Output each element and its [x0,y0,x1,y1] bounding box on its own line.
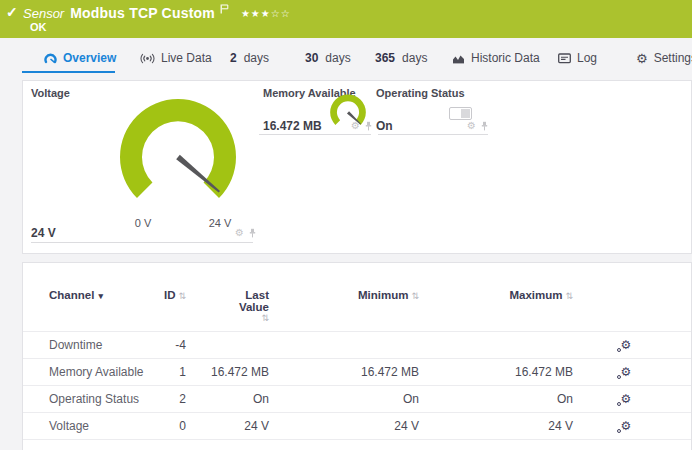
column-header-minimum[interactable]: Minimum⇅ [269,289,419,301]
tab-2-days[interactable]: 2 days [230,51,269,65]
last-value: On [186,392,269,406]
pin-icon[interactable] [248,228,257,238]
maximum-value: 16.472 MB [419,365,573,379]
channel-name: Downtime [49,338,146,352]
sensor-name: Modbus TCP Custom [70,5,215,21]
gauges-panel: Voltage 0 V 24 V 24 V ⚙ Memory Available… [22,80,692,254]
column-header-id[interactable]: ID⇅ [146,289,186,301]
last-header-line2: Value⇅ [186,301,269,323]
tab-log-label: Log [577,51,597,65]
ok-check-icon: ✓ [6,4,18,20]
stars-empty[interactable]: ☆☆ [271,8,291,19]
tab-log[interactable]: Log [558,51,597,65]
tab-historic-data-label: Historic Data [471,51,540,65]
tab-30-days[interactable]: 30 days [305,51,351,65]
gear-icon: ⚙ [621,365,632,379]
tab-30-days-label: days [325,51,350,65]
gear-icon: ⚙ [636,52,648,65]
voltage-value: 24 V [31,226,56,240]
tab-settings-label: Settings [654,51,692,65]
sort-desc-icon: ▾ [98,291,103,301]
gauge-icon [44,52,57,65]
minimum-header-label: Minimum [358,289,408,301]
maximum-header-label: Maximum [509,289,562,301]
memory-value: 16.472 MB [263,119,322,133]
channel-settings-icon[interactable]: ⚙ [621,339,632,351]
status-badge: OK [30,21,47,33]
channel-settings-icon[interactable]: ⚙ [621,366,632,378]
voltage-gauge-actions: ⚙ [235,228,257,238]
tab-live-data[interactable]: Live Data [140,51,212,65]
tab-live-data-label: Live Data [161,51,212,65]
channel-settings-icon[interactable]: ⚙ [621,420,632,432]
voltage-scale-min: 0 V [121,217,165,229]
column-header-channel[interactable]: Channel▾ [49,289,146,301]
operating-status-toggle [449,107,472,120]
table-row-downtime: Downtime -4 ⚙ [23,332,691,359]
tab-bar: Overview Live Data 2 days 30 days 365 da… [0,38,692,80]
last-value: 16.472 MB [186,365,269,379]
pin-icon[interactable] [480,121,489,131]
tab-historic-data[interactable]: Historic Data [452,51,540,65]
minimum-value: 16.472 MB [269,365,419,379]
tab-settings[interactable]: ⚙ Settings [636,51,692,65]
tab-overview-label: Overview [63,51,116,65]
tab-365-days[interactable]: 365 days [375,51,427,65]
sort-icon: ⇅ [565,291,573,301]
channel-id: 0 [146,419,186,433]
active-tab-underline [22,71,115,73]
voltage-divider [31,242,253,243]
channels-table-panel: Channel▾ ID⇅ LastValue⇅ Minimum⇅ Maximum… [22,262,692,450]
maximum-value: On [419,392,573,406]
priority-stars[interactable]: ★★★☆☆ [241,8,291,19]
memory-gauge-actions: ⚙ [351,121,373,131]
pin-icon[interactable] [364,121,373,131]
gear-icon: ⚙ [621,419,632,433]
last-value: 24 V [186,419,269,433]
operating-status-title: Operating Status [376,87,465,99]
sort-icon: ⇅ [411,291,419,301]
table-header-row: Channel▾ ID⇅ LastValue⇅ Minimum⇅ Maximum… [23,263,691,332]
tab-2-days-number: 2 [230,51,237,65]
memory-divider [259,134,371,135]
gear-dot [617,429,621,433]
sort-icon: ⇅ [189,313,269,323]
channel-id: 2 [146,392,186,406]
operating-divider [378,134,488,135]
stars-filled[interactable]: ★★★ [241,8,271,19]
voltage-gauge [113,95,243,201]
last-header-line1: Last [186,289,269,301]
table-row-voltage: Voltage 0 24 V 24 V 24 V ⚙ [23,413,691,440]
bar-chart-icon [452,52,465,64]
toggle-knob [461,109,470,118]
column-header-last-value[interactable]: LastValue⇅ [186,289,269,323]
channel-name: Voltage [49,419,146,433]
gear-icon[interactable]: ⚙ [467,121,476,131]
column-header-maximum[interactable]: Maximum⇅ [419,289,573,301]
gear-icon[interactable]: ⚙ [351,121,360,131]
operating-status-value: On [376,119,393,133]
value-label: Value [186,301,269,313]
channel-name: Operating Status [49,392,146,406]
gear-icon: ⚙ [621,338,632,352]
table-row-memory-available: Memory Available 1 16.472 MB 16.472 MB 1… [23,359,691,386]
gear-dot [617,348,621,352]
channel-settings-icon[interactable]: ⚙ [621,393,632,405]
id-header-label: ID [164,289,176,301]
log-list-icon [558,53,571,64]
gear-icon: ⚙ [621,392,632,406]
operating-gauge-actions: ⚙ [467,121,489,131]
gear-dot [617,402,621,406]
flag-icon[interactable] [220,0,229,18]
channel-name: Memory Available [49,365,146,379]
gear-icon[interactable]: ⚙ [235,228,244,238]
sensor-status-bar: ✓ Sensor Modbus TCP Custom ★★★☆☆ OK [0,0,692,38]
table-row-operating-status: Operating Status 2 On On On ⚙ [23,386,691,413]
tab-2-days-label: days [244,51,269,65]
minimum-value: On [269,392,419,406]
tab-overview[interactable]: Overview [44,51,116,65]
sort-icon: ⇅ [178,291,186,301]
tab-365-days-number: 365 [375,51,395,65]
tab-30-days-number: 30 [305,51,318,65]
sensor-title-line: Sensor Modbus TCP Custom ★★★☆☆ [23,4,291,22]
